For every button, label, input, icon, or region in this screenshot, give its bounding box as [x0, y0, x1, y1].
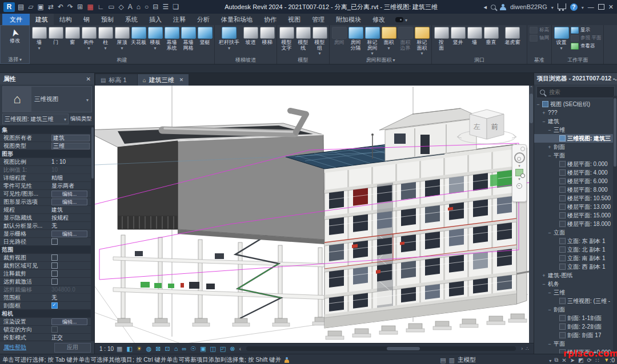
tree-item[interactable]: 楼层平面: 13.000 — [534, 203, 617, 211]
navbar-close-icon[interactable] — [520, 147, 525, 151]
instance-selector[interactable]: 三维视图: 建筑三维 — [2, 114, 69, 124]
sun-path-icon[interactable]: ☀ — [137, 344, 142, 353]
ribbon-tab[interactable]: 插入 — [143, 14, 167, 25]
room-separator-button[interactable]: 房间 分隔 — [347, 25, 364, 55]
property-row[interactable]: 视图所有者 建筑 — [0, 134, 94, 142]
cube-left-face-label[interactable]: 左 — [473, 123, 480, 131]
browser-scrollbar[interactable]: ⌄ — [613, 96, 617, 354]
collapse-viewbar-icon[interactable]: ‹ — [239, 344, 242, 353]
tree-item[interactable]: 楼层平面: 8.000 — [534, 185, 617, 194]
ribbon-tab[interactable]: 结构 — [54, 14, 78, 25]
shaft-opening-button[interactable]: 竖井 — [450, 25, 466, 50]
ribbon-tab[interactable]: 附加模块 — [330, 14, 367, 25]
tree-toggle-icon[interactable]: − — [547, 230, 552, 236]
show-workplane-button[interactable]: 显示 — [571, 27, 601, 34]
browser-scroll-thumb[interactable] — [614, 98, 616, 167]
model-line-button[interactable]: 模型 线 — [295, 25, 311, 55]
properties-help-link[interactable]: 属性帮助 — [3, 343, 26, 351]
property-row[interactable]: 比例值 1: 10 — [0, 166, 94, 174]
property-row[interactable]: 日光路径 — [0, 238, 94, 246]
ribbon-tab[interactable]: 钢 — [78, 14, 95, 25]
panel-label-datum[interactable]: 基准 — [528, 56, 550, 64]
area-button[interactable]: 面积 — [380, 25, 397, 50]
tree-toggle-icon[interactable]: − — [547, 341, 552, 347]
model-text-button[interactable]: 模型 文字 — [278, 25, 295, 55]
property-row[interactable]: 锁定的方向 — [0, 326, 94, 334]
tree-toggle-icon[interactable]: + — [547, 144, 552, 150]
render-icon[interactable]: ○ — [145, 2, 149, 12]
crop-region-icon[interactable]: ⊡ — [165, 344, 170, 353]
edit-type-button[interactable]: 编辑类型 — [70, 115, 92, 123]
reveal-hidden-icon[interactable]: ☉ — [190, 344, 196, 353]
tree-toggle-icon[interactable]: + — [542, 273, 546, 278]
ribbon-tab[interactable]: 管理 — [306, 14, 330, 25]
navigation-bar[interactable]: ▾ ▾ — [512, 144, 527, 202]
user-menu-caret-icon[interactable] — [551, 3, 554, 10]
type-selector-caret-icon[interactable] — [86, 96, 89, 103]
section-icon[interactable]: ⊟ — [153, 2, 158, 12]
screen-record-icon[interactable] — [395, 17, 403, 22]
property-row[interactable]: 图形 — [0, 150, 94, 158]
property-row[interactable]: 剖面框 — [0, 302, 94, 310]
property-checkbox[interactable] — [51, 270, 58, 277]
property-row[interactable]: 视图类型 三维 — [0, 142, 94, 150]
tag-icon[interactable]: ◇ — [119, 2, 124, 12]
tag-room-button[interactable]: 标记 房间 — [364, 25, 380, 55]
save-icon[interactable]: ▣ — [38, 2, 44, 12]
tree-item[interactable]: 剖面: 2-2剖面 — [534, 322, 617, 331]
close-button[interactable]: ✕ — [608, 3, 614, 11]
view-scale-button[interactable]: 1 : 10 — [99, 346, 114, 352]
scroll-up-icon[interactable]: ⌃ — [529, 86, 534, 90]
default-3d-view-icon[interactable]: ⌂ — [137, 2, 141, 12]
ribbon-tab[interactable]: 建筑 — [30, 14, 54, 25]
wall-button[interactable]: 墙 — [31, 25, 47, 50]
tree-toggle-icon[interactable]: − — [547, 127, 552, 133]
tree-item[interactable]: 三维视图: 建筑三 — [534, 134, 617, 143]
minimize-button[interactable]: — — [588, 3, 594, 10]
component-button[interactable]: 构件 — [81, 25, 97, 50]
visual-style-icon[interactable]: ◧ — [126, 344, 132, 353]
panel-label-stairs[interactable]: 楼梯坡道 — [216, 56, 275, 64]
isolate-icon[interactable]: ∞ — [182, 344, 186, 353]
property-row[interactable]: 裁剪视图 — [0, 254, 94, 262]
search-icon[interactable] — [491, 5, 496, 10]
dormer-opening-button[interactable]: 老虎窗 — [499, 25, 526, 50]
revit-logo[interactable]: R — [3, 2, 15, 12]
tree-item[interactable]: 楼层平面: 18.000 — [534, 220, 617, 228]
scroll-thumb[interactable] — [530, 94, 533, 123]
worksets-icon[interactable]: ▤ — [440, 357, 446, 364]
room-button[interactable]: 房间 — [331, 25, 347, 50]
property-checkbox[interactable] — [51, 302, 58, 309]
property-row[interactable]: 范围 — [0, 246, 94, 254]
property-checkbox[interactable] — [51, 262, 58, 269]
displacement-icon[interactable]: ◰ — [220, 344, 226, 353]
horizontal-scroll-thumb[interactable] — [387, 347, 420, 350]
panel-label-model[interactable]: 模型 — [278, 56, 328, 64]
modify-button[interactable]: ➤ 修改 — [2, 26, 28, 44]
workset-views-icon[interactable]: ▥ — [449, 357, 455, 364]
property-row[interactable]: 详细程度 精细 — [0, 174, 94, 182]
property-row[interactable]: 远剪裁激活 — [0, 278, 94, 286]
panel-label-select[interactable]: 选择 — [2, 55, 28, 63]
active-workset[interactable]: 主模型 — [458, 356, 476, 364]
property-row[interactable]: 默认分析显示... 无 — [0, 222, 94, 230]
close-hidden-windows-icon[interactable]: ▦ — [87, 2, 93, 12]
detail-level-icon[interactable]: ▦ — [117, 344, 122, 353]
wall-opening-button[interactable]: 墙 — [466, 25, 483, 50]
ribbon-tab[interactable]: 协作 — [258, 14, 282, 25]
tree-item[interactable]: + 剖面 — [534, 143, 617, 151]
workplane-viewer-button[interactable]: 查看器 — [571, 43, 601, 50]
property-row[interactable]: 投影模式 正交 — [0, 334, 94, 341]
tree-toggle-icon[interactable]: − — [536, 102, 540, 107]
door-button[interactable]: 门 — [47, 25, 64, 50]
tree-item[interactable]: 立面: 南 副本 1 — [534, 254, 617, 262]
mullion-button[interactable]: 竖梃 — [197, 25, 213, 50]
switch-windows-icon[interactable]: ❏ — [173, 2, 179, 12]
tree-item[interactable]: 楼层平面: 15.000 — [534, 211, 617, 220]
properties-close-icon[interactable]: ✕ — [86, 76, 91, 82]
tree-item[interactable]: 立面: 西 副本 1 — [534, 262, 617, 271]
panel-label-rooms[interactable]: 房间和面积 — [331, 56, 430, 64]
cube-front-face-label[interactable]: 前 — [491, 123, 498, 131]
ribbon-tab[interactable]: 系统 — [119, 14, 143, 25]
tag-area-button[interactable]: 标记 面积 — [414, 25, 430, 55]
